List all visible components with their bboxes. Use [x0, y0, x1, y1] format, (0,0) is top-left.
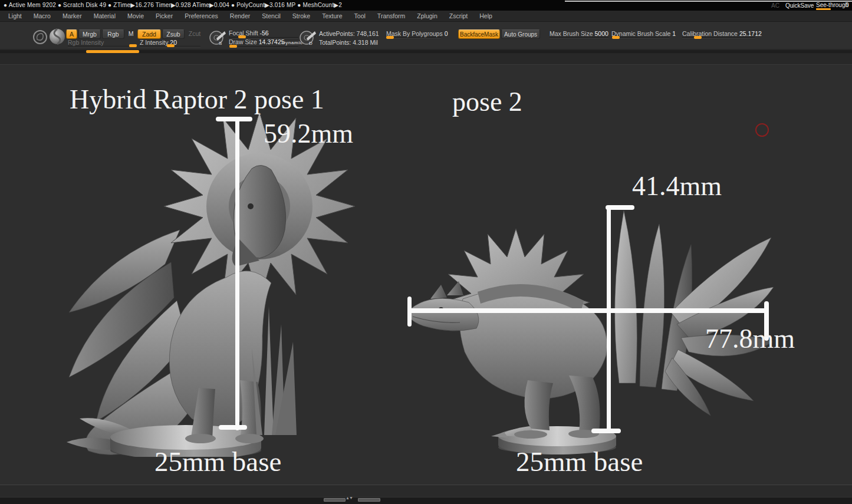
mask-by-polygroups-thumb[interactable] — [386, 36, 394, 39]
menu-zscript[interactable]: Zscript — [443, 12, 474, 19]
memory-usage-bar — [565, 1, 852, 2]
brush-cursor-circle — [755, 123, 769, 137]
max-brush-size-track[interactable] — [550, 37, 608, 38]
bottom-band — [0, 485, 852, 497]
max-brush-size-slider[interactable]: Max Brush Size 5000 — [550, 30, 608, 37]
menu-texture[interactable]: Texture — [316, 12, 348, 19]
mask-by-polygroups-value: 0 — [445, 30, 448, 37]
dynamic-brush-scale-label: Dynamic Brush Scale — [611, 30, 670, 37]
a-button[interactable]: A — [66, 29, 77, 39]
active-points: ActivePoints: 748,161 — [319, 30, 379, 37]
menu-marker[interactable]: Marker — [57, 12, 88, 19]
menu-stencil[interactable]: Stencil — [256, 12, 287, 19]
max-brush-size-label: Max Brush Size — [550, 30, 593, 37]
pose1-base-label: 25mm base — [154, 448, 281, 476]
menu-stroke[interactable]: Stroke — [287, 12, 316, 19]
toolbar-scroll-strip — [0, 49, 852, 54]
mask-by-polygroups-label: Mask By Polygroups — [386, 30, 443, 37]
backface-mask-button[interactable]: BackfaceMask — [458, 29, 500, 39]
pose2-length-label: 77.8mm — [705, 325, 795, 353]
draw-size-track[interactable] — [229, 47, 298, 47]
zcut-button[interactable]: Zcut — [185, 29, 204, 39]
toolbar-gap-band — [0, 54, 852, 65]
splitter-arrows-icon[interactable]: ▲▼ — [346, 496, 353, 500]
auto-groups-button[interactable]: Auto Groups — [501, 29, 540, 39]
calibration-distance-thumb[interactable] — [694, 36, 702, 39]
pose1-height-line — [235, 120, 239, 430]
svg-text:D: D — [309, 41, 312, 46]
status-bar: ● Active Mem 9202 ● Scratch Disk 49 ● ZT… — [0, 0, 852, 11]
menu-light[interactable]: Light — [2, 12, 28, 19]
m-button[interactable]: M — [124, 29, 137, 39]
rgb-intensity-thumb[interactable] — [129, 44, 137, 47]
menu-help[interactable]: Help — [473, 12, 498, 19]
pose1-height-label: 59.2mm — [264, 120, 353, 147]
svg-text:S: S — [219, 41, 222, 46]
quicksave-button[interactable]: QuickSave — [785, 2, 814, 9]
zbrush-window: ● Active Mem 9202 ● Scratch Disk 49 ● ZT… — [0, 0, 852, 504]
menu-bar: Light Macro Marker Material Movie Picker… — [0, 11, 852, 22]
draw-size-thumb[interactable] — [229, 45, 237, 48]
z-intensity-label: Z Intensity — [140, 39, 168, 46]
pose2-length-line — [409, 308, 767, 313]
menu-movie[interactable]: Movie — [121, 12, 150, 19]
calibration-distance-track[interactable] — [682, 37, 755, 38]
pose1-height-top-cap — [216, 117, 252, 121]
menu-tool[interactable]: Tool — [348, 12, 371, 19]
max-brush-size-value: 5000 — [594, 30, 608, 37]
menu-zplugin[interactable]: Zplugin — [411, 12, 443, 19]
rgb-button[interactable]: Rgb — [102, 29, 124, 39]
pose1-title: Hybrid Raptor 2 pose 1 — [70, 86, 324, 113]
dynamic-brush-scale-value: 1 — [672, 30, 676, 37]
menu-picker[interactable]: Picker — [150, 12, 179, 19]
model-pose1[interactable] — [32, 112, 386, 457]
pose1-height-bottom-cap — [219, 425, 247, 430]
see-through-value: 0 — [846, 2, 849, 8]
pose2-title: pose 2 — [452, 88, 522, 116]
menu-transform[interactable]: Transform — [371, 12, 411, 19]
splitter-right-handle[interactable] — [358, 498, 380, 502]
calibration-distance-value: 25.1712 — [739, 30, 762, 37]
menu-material[interactable]: Material — [88, 12, 121, 19]
see-through-thumb[interactable] — [816, 8, 831, 10]
draw-size-slider[interactable]: Draw Size 14.37425 — [229, 38, 285, 45]
pose2-height-bottom-cap — [591, 429, 621, 433]
splitter-left-handle[interactable] — [324, 498, 346, 502]
brush-dynamic-icon[interactable]: D — [299, 29, 317, 47]
pose2-height-line — [607, 207, 611, 433]
status-stats: ● Active Mem 9202 ● Scratch Disk 49 ● ZT… — [4, 2, 342, 8]
menu-render[interactable]: Render — [224, 12, 256, 19]
zadd-button[interactable]: Zadd — [137, 29, 161, 39]
total-points: TotalPoints: 4.318 Mil — [319, 39, 378, 46]
calibration-distance-label: Calibration Distance — [682, 30, 738, 37]
ac-indicator: AC — [771, 2, 779, 9]
zsub-button[interactable]: Zsub — [162, 29, 185, 39]
see-through-slider[interactable]: See-through — [816, 2, 848, 8]
pose2-height-label: 41.4mm — [632, 173, 722, 200]
menu-preferences[interactable]: Preferences — [179, 12, 224, 19]
mask-by-polygroups-slider[interactable]: Mask By Polygroups 0 — [386, 30, 448, 37]
pose2-length-left-cap — [407, 297, 412, 327]
mrgb-button[interactable]: Mrgb — [78, 29, 101, 39]
pose2-height-top-cap — [606, 205, 634, 210]
menu-macro[interactable]: Macro — [28, 12, 57, 19]
dynamic-brush-scale-thumb[interactable] — [612, 36, 620, 39]
mask-by-polygroups-track[interactable] — [386, 37, 441, 38]
dynamic-brush-scale-track[interactable] — [611, 37, 669, 38]
rgb-intensity-track[interactable] — [68, 46, 134, 47]
z-intensity-thumb[interactable] — [167, 44, 175, 47]
top-toolbar: S Scale R Rotate A Mrgb Rgb M Zadd — [0, 22, 852, 49]
dynamic-brush-scale-slider[interactable]: Dynamic Brush Scale 1 — [611, 30, 676, 37]
focal-shift-value: -56 — [260, 29, 269, 37]
pose2-base-label: 25mm base — [516, 448, 643, 476]
toolbar-scroll-thumb[interactable] — [86, 50, 139, 53]
rgb-intensity-slider[interactable]: Rgb Intensity — [68, 39, 104, 46]
material-sphere-icon[interactable] — [48, 28, 66, 45]
brush-size-icon[interactable]: S — [209, 29, 226, 47]
focal-shift-slider[interactable]: Focal Shift -56 — [229, 29, 269, 37]
draw-size-value: 14.37425 — [259, 38, 285, 45]
light-icon[interactable] — [32, 29, 48, 45]
bottom-tray — [0, 497, 852, 504]
